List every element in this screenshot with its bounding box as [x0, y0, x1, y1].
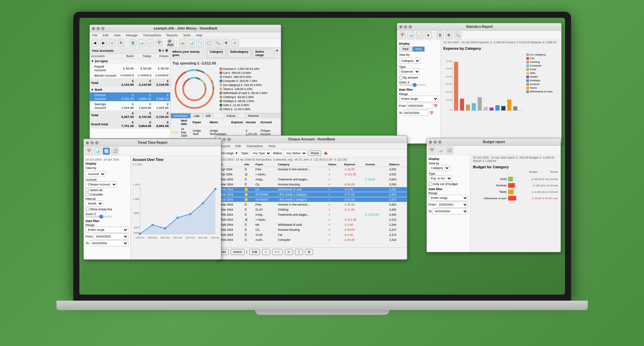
cheque-maximize[interactable]: □	[227, 138, 231, 141]
filter-subcategory-btn[interactable]: Subcategory	[227, 49, 252, 58]
toolbar-filter[interactable]: 🔍	[214, 39, 221, 47]
tab-late[interactable]: Late	[191, 113, 203, 118]
budget-close[interactable]: ●	[429, 140, 432, 144]
accounts-sort-icon[interactable]: ⇅	[158, 49, 161, 52]
trend-account-select[interactable]: Cheque Account	[86, 181, 117, 187]
trend-from-select[interactable]: 10/03/2003	[93, 233, 128, 240]
menu-manage[interactable]: Manage	[125, 33, 139, 37]
menu-edit[interactable]: Edit	[102, 33, 110, 37]
toolbar-calendar[interactable]: 📅	[155, 39, 163, 47]
stats-from-calendar-icon[interactable]: 📅	[433, 104, 438, 108]
stats-to-calendar-icon[interactable]: 📅	[429, 111, 433, 115]
stats-btn-2[interactable]: 📊	[407, 32, 415, 39]
trend-to-select[interactable]: 04/24/2004	[89, 240, 128, 246]
cheque-export-icon[interactable]: 📤	[324, 152, 328, 155]
budget-btn-2[interactable]: 📊	[437, 147, 444, 154]
filter-entirerange-btn[interactable]: Entire range	[252, 49, 274, 58]
stats-btn-4[interactable]: ●	[425, 32, 432, 39]
trend-maximize[interactable]: □	[95, 141, 99, 144]
account-row-cheque[interactable]: Cheque Account £ 4,532.34 £ 5,695.34 £ 5…	[90, 92, 170, 101]
cheque-menu-tools[interactable]: Tools	[267, 144, 277, 148]
budget-range-select[interactable]: Entire range	[429, 195, 468, 201]
trans-row-12[interactable]: 25 Feb 2004 🗒 Me Withdrawal of cash ✓ -£…	[216, 222, 407, 227]
menu-tools[interactable]: Tools	[182, 33, 192, 37]
stats-type-select[interactable]: Expense	[399, 69, 420, 75]
cheque-type-select[interactable]: Any Type	[250, 150, 271, 156]
budget-minimize[interactable]: –	[433, 140, 437, 144]
cheque-status-select[interactable]: Any Status	[283, 150, 307, 156]
stats-to-input[interactable]	[403, 110, 428, 116]
close-btn[interactable]: ●	[92, 27, 95, 30]
budget-from-select[interactable]: 10/03/2001	[437, 202, 468, 208]
budget-btn-1[interactable]: 📅	[428, 147, 435, 154]
trend-btn-3[interactable]: 📈	[103, 147, 110, 155]
trans-row-6[interactable]: 14 Mar 2004 🟡 #6760948 - this needs a ca…	[216, 192, 407, 197]
tab-remind[interactable]: Remind	[245, 113, 262, 118]
minimize-btn[interactable]: –	[97, 27, 100, 30]
filter-category-btn[interactable]: Category	[207, 49, 226, 58]
menu-transactions[interactable]: Transactions	[142, 33, 162, 37]
budget-to-select[interactable]: 04/24/2004	[432, 208, 468, 214]
trend-showempty-check[interactable]	[86, 208, 89, 211]
trans-row-14[interactable]: 14 Feb 2004 🗒 14.02 Car ✓ -£ 5.00 2,313	[216, 232, 407, 237]
stats-btn-7[interactable]: 🔍	[454, 32, 461, 39]
accounts-add-icon[interactable]: +	[162, 49, 164, 52]
tab-future[interactable]: Future	[224, 113, 238, 118]
stats-byamount-check[interactable]	[399, 76, 403, 79]
trend-btn-2[interactable]: 📊	[94, 147, 101, 155]
stats-btn-3[interactable]: 📈	[416, 32, 423, 39]
toolbar-back[interactable]: ◀	[91, 39, 99, 47]
toolbar-bar-chart[interactable]: 📊	[188, 39, 195, 47]
trans-edit2-btn[interactable]: ✏	[285, 249, 293, 255]
toolbar-home[interactable]: ⌂	[109, 39, 116, 47]
cheque-menu-edit[interactable]: Edit	[234, 144, 242, 148]
menu-file[interactable]: File	[91, 33, 99, 37]
tab-still[interactable]: Still	[203, 113, 214, 118]
budget-type-select[interactable]: Exp. & Inc.	[429, 175, 452, 181]
trans-inherit-btn[interactable]: Inherit	[231, 249, 244, 255]
stats-minimize[interactable]: –	[404, 25, 407, 29]
trans-row-7[interactable]: 14 Mar 2004 🟡 #6760547 - this needs a ca…	[216, 197, 407, 202]
stats-mode-total[interactable]: Total	[399, 46, 412, 52]
cheque-menu-transaction[interactable]: Transaction	[245, 144, 264, 148]
budget-viewby-select[interactable]: Category	[429, 165, 450, 171]
account-row-paypal[interactable]: Paypal Account £ 50.00 £ 50.00 £ 50.00	[90, 64, 170, 73]
stats-btn-6[interactable]: ⚙	[445, 32, 453, 39]
trans-check-btn[interactable]: ✓	[262, 249, 270, 255]
trend-interval-select[interactable]: Month	[86, 201, 103, 207]
toolbar-heart[interactable]: ♥	[231, 39, 239, 47]
toolbar-add[interactable]: ➕ Add	[167, 39, 175, 47]
toolbar-stats[interactable]: 📈	[147, 39, 154, 47]
trend-cumulate-check[interactable]	[86, 193, 89, 196]
maximize-btn[interactable]: □	[101, 27, 105, 30]
trend-selectall-check[interactable]	[86, 188, 89, 192]
tab-scheduled[interactable]: Scheduled	[171, 113, 191, 118]
trans-row-13[interactable]: 15 Feb 2004 🗒 CIL Invoices:Housing ✓ -£ …	[216, 227, 407, 232]
budget-btn-3[interactable]: 🔄	[446, 147, 453, 154]
trans-row-2[interactable]: 03 Apr 2004 🏦 > Savin... ✓ -£ 121.96 4,5…	[216, 172, 407, 177]
toolbar-settings[interactable]: ⚙	[223, 39, 230, 47]
budget-maximize[interactable]: □	[438, 140, 442, 144]
toolbar-forward[interactable]: ▶	[100, 39, 107, 47]
trend-btn-4[interactable]: 🔄	[111, 147, 119, 155]
toolbar-report[interactable]: 📋	[205, 39, 213, 47]
trans-row-10[interactable]: 27 Feb 2004 🗒 Amig... Treatments and wag…	[216, 212, 407, 217]
trend-viewby-select[interactable]: Account	[86, 171, 106, 177]
menu-reports[interactable]: Reports	[165, 33, 179, 37]
trend-zoomx-thumb[interactable]	[99, 215, 103, 219]
trans-row-11[interactable]: 27 Feb 2004 🏦 > Savin... ✓ -£ 121.96 2,1…	[216, 217, 407, 222]
stats-mode-time[interactable]: Time	[412, 46, 425, 52]
trans-row-5[interactable]: 15 Mar 2004 🟡 Me Withdrawal of cash ✓ -£…	[216, 187, 407, 192]
stats-zoomx-thumb[interactable]	[413, 83, 417, 87]
stats-from-input[interactable]	[407, 103, 432, 109]
stats-btn-1[interactable]: 📅	[399, 32, 406, 39]
trans-row-15[interactable]: 05 Feb 2004 🗒 Auch... Computer ✓ -£ 46.0…	[216, 237, 407, 243]
trend-btn-1[interactable]: 📅	[85, 147, 92, 155]
toolbar-refresh[interactable]: ↻	[117, 39, 125, 47]
menu-help[interactable]: Help	[194, 33, 204, 37]
trans-checkall-btn[interactable]: ✓✓	[272, 249, 283, 255]
stats-range-select[interactable]: Entire range	[399, 96, 439, 102]
trans-row-4[interactable]: 15 Mar 2004 🗒 CIL Invoices:Housing ✓ -£ …	[216, 182, 407, 187]
cheque-minimize[interactable]: –	[223, 138, 226, 141]
toolbar-pie[interactable]: 🥧	[179, 39, 186, 47]
